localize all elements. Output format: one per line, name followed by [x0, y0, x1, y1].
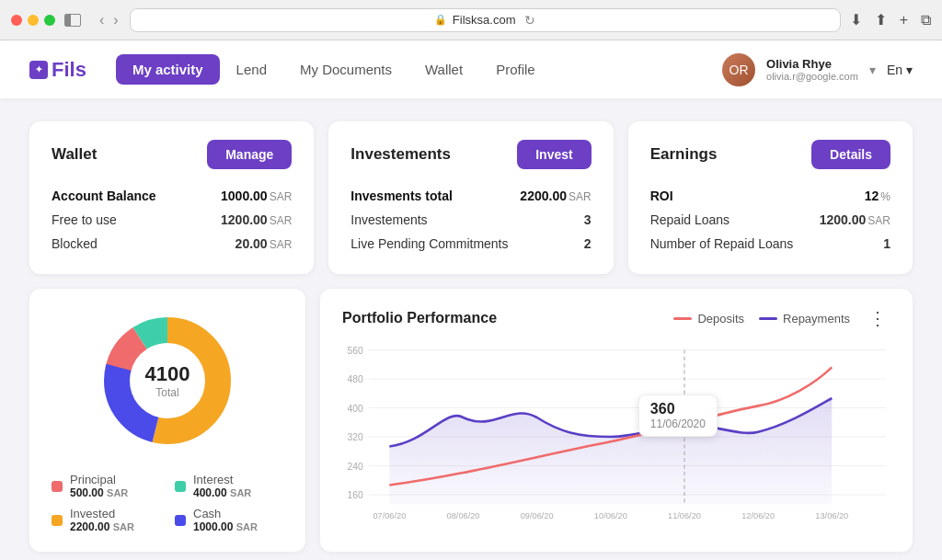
forward-button[interactable]: ›: [111, 12, 120, 29]
legend-invested: Invested 2200.00 SAR: [52, 507, 160, 533]
wallet-row-2-label: Blocked: [52, 236, 98, 251]
earnings-row-1-value: 1200.00SAR: [820, 212, 890, 227]
repayments-fill: [389, 398, 832, 505]
wallet-card: Wallet Manage Account Balance 1000.00SAR…: [29, 121, 314, 274]
logo-text: Fils: [52, 58, 86, 82]
nav-my-documents[interactable]: My Documents: [283, 54, 408, 85]
svg-text:11/06/20: 11/06/20: [668, 511, 701, 520]
language-selector[interactable]: En ▾: [887, 63, 913, 77]
browser-navigation: ‹ ›: [98, 12, 121, 29]
chart-dot: [680, 420, 689, 430]
donut-card: 4100 Total Principal 500.00 SAR: [29, 289, 305, 552]
chart-more-button[interactable]: ⋮: [865, 307, 890, 329]
wallet-title: Wallet: [52, 145, 97, 164]
repayments-label: Repayments: [783, 312, 850, 326]
lang-chevron-icon: ▾: [906, 63, 913, 77]
deposits-line-color: [673, 317, 692, 320]
traffic-lights: [11, 15, 55, 26]
svg-text:09/06/20: 09/06/20: [521, 511, 554, 520]
minimize-button[interactable]: [28, 15, 39, 26]
legend-cash: Cash 1000.00 SAR: [175, 507, 283, 533]
wallet-row-1-label: Free to use: [52, 212, 117, 227]
lock-icon: 🔒: [434, 14, 447, 26]
wallet-row-0-label: Account Balance: [52, 189, 156, 203]
legend-value-principal: 500.00 SAR: [70, 486, 128, 499]
donut-total: 4100: [145, 362, 190, 386]
details-button[interactable]: Details: [811, 140, 890, 169]
app-container: ✦ Fils My activity Lend My Documents Wal…: [0, 40, 942, 560]
chart-card: Portfolio Performance Deposits Repayment…: [320, 289, 913, 552]
legend-label-principal: Principal: [70, 473, 128, 486]
legend-dot-invested: [52, 515, 63, 526]
earnings-row-2-label: Number of Repaid Loans: [650, 236, 794, 251]
investments-row-2-value: 2: [584, 236, 592, 251]
download-icon[interactable]: ⬇: [850, 11, 862, 29]
svg-text:400: 400: [347, 404, 362, 414]
wallet-card-header: Wallet Manage: [52, 140, 292, 169]
legend-value-interest: 400.00 SAR: [193, 486, 251, 499]
manage-button[interactable]: Manage: [207, 140, 292, 169]
investments-row-1: Investements 3: [350, 208, 591, 232]
investments-row-2-label: Live Pending Commitments: [350, 236, 508, 251]
donut-center: 4100 Total: [145, 362, 190, 399]
logo[interactable]: ✦ Fils: [29, 58, 86, 82]
wallet-row-0: Account Balance 1000.00SAR: [52, 184, 292, 208]
nav-lend[interactable]: Lend: [220, 54, 283, 85]
svg-text:08/06/20: 08/06/20: [447, 511, 480, 520]
legend-dot-principal: [52, 481, 63, 492]
svg-text:160: 160: [347, 490, 362, 500]
donut-total-label: Total: [145, 386, 190, 399]
refresh-icon[interactable]: ↻: [524, 13, 535, 28]
earnings-row-1-label: Repaid Loans: [650, 212, 729, 227]
legend-principal: Principal 500.00 SAR: [52, 473, 160, 499]
wallet-row-2: Blocked 20.00SAR: [52, 232, 292, 256]
tabs-icon[interactable]: ⧉: [921, 12, 931, 29]
wallet-row-2-value: 20.00SAR: [236, 236, 293, 251]
wallet-row-0-value: 1000.00SAR: [221, 189, 292, 203]
svg-text:320: 320: [347, 432, 362, 442]
wallet-row-1: Free to use 1200.00SAR: [52, 208, 292, 232]
chart-area: 560 480 400 320 240 160: [342, 340, 890, 533]
header-right: OR Olivia Rhye olivia.r@google.com ▾ En …: [722, 53, 913, 86]
new-tab-icon[interactable]: +: [900, 12, 908, 29]
user-email: olivia.r@google.com: [766, 71, 858, 82]
chart-title: Portfolio Performance: [342, 310, 659, 326]
share-icon[interactable]: ⬆: [875, 11, 887, 29]
portfolio-chart-svg: 560 480 400 320 240 160: [342, 340, 890, 533]
investments-card: Investements Invest Invesments total 220…: [328, 121, 613, 274]
nav-profile[interactable]: Profile: [479, 54, 552, 85]
browser-chrome: ‹ › 🔒 Filsksa.com ↻ ⬇ ⬆ + ⧉: [0, 0, 942, 40]
earnings-row-0-label: ROI: [650, 189, 673, 203]
chart-legend-repayments: Repayments: [759, 312, 850, 326]
nav-wallet[interactable]: Wallet: [408, 54, 479, 85]
legend-label-interest: Interest: [193, 473, 251, 486]
earnings-card-header: Earnings Details: [650, 140, 890, 169]
svg-text:10/06/20: 10/06/20: [594, 511, 627, 520]
sidebar-toggle-icon[interactable]: [64, 14, 81, 27]
legend-dot-interest: [175, 481, 186, 492]
donut-chart: 4100 Total: [94, 307, 241, 454]
nav-my-activity[interactable]: My activity: [116, 54, 220, 85]
legend-interest: Interest 400.00 SAR: [175, 473, 283, 499]
invest-button[interactable]: Invest: [517, 140, 591, 169]
url-text: Filsksa.com: [453, 13, 516, 27]
investments-title: Investements: [350, 145, 451, 164]
address-bar[interactable]: 🔒 Filsksa.com ↻: [130, 8, 841, 32]
svg-text:480: 480: [347, 374, 362, 384]
earnings-row-2-value: 1: [883, 236, 890, 251]
investments-row-1-value: 3: [584, 212, 592, 227]
chart-legend-deposits: Deposits: [673, 312, 744, 326]
close-button[interactable]: [11, 15, 22, 26]
user-info: Olivia Rhye olivia.r@google.com: [766, 57, 858, 82]
user-chevron-icon[interactable]: ▾: [869, 63, 876, 77]
investments-card-header: Investements Invest: [350, 140, 591, 169]
legend-value-invested: 2200.00 SAR: [70, 520, 134, 533]
nav-links: My activity Lend My Documents Wallet Pro…: [116, 54, 722, 85]
investments-row-0-label: Invesments total: [350, 189, 452, 203]
earnings-row-1: Repaid Loans 1200.00SAR: [650, 208, 890, 232]
back-button[interactable]: ‹: [98, 12, 106, 29]
donut-legend: Principal 500.00 SAR Interest 400.00 SAR: [52, 473, 283, 533]
earnings-title: Earnings: [650, 145, 718, 164]
maximize-button[interactable]: [44, 15, 55, 26]
legend-dot-cash: [175, 515, 186, 526]
